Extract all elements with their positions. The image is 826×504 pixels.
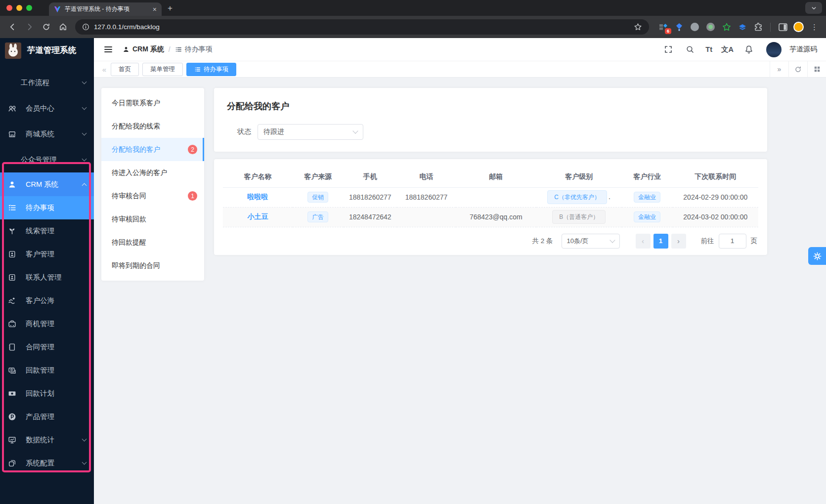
tabs-scroll-left-icon[interactable]: « [98, 65, 111, 74]
address-bar[interactable]: 127.0.0.1/crm/backlog [75, 19, 649, 35]
sidebar-item-mall[interactable]: 商城系统 [0, 121, 94, 147]
col-next-contact-time: 下次联系时间 [673, 167, 758, 187]
extension-balloon-icon[interactable] [674, 22, 684, 32]
email-cell [456, 187, 536, 207]
sidebar-item-payment-plan[interactable]: 回款计划 [0, 382, 94, 405]
sidebar-item-customers[interactable]: 客户管理 [0, 243, 94, 266]
settings-gear-button[interactable] [808, 247, 826, 265]
app-logo-row[interactable]: 芋道管理系统 [0, 38, 94, 63]
back-button[interactable] [5, 20, 20, 35]
extension-green-star-icon[interactable] [721, 22, 732, 32]
window-minimize-button[interactable] [16, 5, 22, 11]
breadcrumb-current[interactable]: 待办事项 [175, 45, 213, 54]
app-title: 芋道管理系统 [27, 45, 76, 56]
user-icon [8, 180, 16, 189]
stats-board-icon [8, 436, 16, 444]
customer-name-link[interactable]: 啦啦啦 [247, 193, 268, 201]
sidebar-item-member-center[interactable]: 会员中心 [0, 95, 94, 121]
site-info-icon[interactable] [82, 23, 89, 31]
sidebar-item-system-config[interactable]: 系统配置 [0, 452, 94, 475]
sidebar-item-business-opportunity[interactable]: 商机管理 [0, 312, 94, 336]
page-tab-home[interactable]: 首页 [111, 63, 139, 76]
search-icon[interactable] [683, 42, 697, 57]
contact-card-icon [8, 250, 16, 258]
tab-search-button[interactable] [805, 2, 822, 14]
extension-gray-circle-icon[interactable] [690, 22, 700, 32]
sidebar-item-payments[interactable]: 回款管理 [0, 359, 94, 382]
email-cell: 768423@qq.com [456, 207, 536, 227]
browser-menu-icon[interactable]: ⋮ [810, 23, 821, 32]
fullscreen-icon[interactable] [661, 42, 676, 57]
page-unit-label: 页 [751, 237, 758, 246]
tabs-grid-icon[interactable] [807, 61, 826, 78]
sidebar-toggle-button[interactable] [101, 42, 116, 57]
page-size-select[interactable]: 10条/页 [562, 234, 620, 249]
customer-name-link[interactable]: 小土豆 [247, 212, 268, 220]
extension-badge: 6 [665, 28, 671, 34]
favicon-icon [54, 6, 61, 13]
next-page-button[interactable]: › [671, 234, 686, 249]
status-select[interactable]: 待跟进 [258, 124, 363, 140]
main-column: CRM 系统 / 待办事项 Tt 文A [94, 38, 826, 504]
chevron-down-icon [352, 128, 358, 133]
contract-doc-icon [8, 343, 16, 351]
bookmark-star-icon[interactable] [634, 23, 642, 31]
sidebar-item-contacts[interactable]: 联系人管理 [0, 266, 94, 289]
table-header-row: 客户名称 客户来源 手机 电话 邮箱 客户级别 客户行业 下次联系时间 [223, 167, 758, 187]
window-zoom-button[interactable] [26, 5, 32, 11]
breadcrumb-root[interactable]: CRM 系统 [123, 45, 164, 54]
user-avatar[interactable] [766, 42, 782, 57]
todo-item-assigned-customers[interactable]: 分配给我的客户 2 [101, 138, 204, 161]
sidebar-item-clues[interactable]: 线索管理 [0, 219, 94, 243]
home-button[interactable] [55, 20, 70, 35]
window-close-button[interactable] [6, 5, 12, 11]
profile-avatar-icon[interactable] [793, 22, 804, 32]
industry-tag: 金融业 [634, 192, 660, 203]
sidebar-item-contracts[interactable]: 合同管理 [0, 336, 94, 359]
goto-page-input[interactable] [719, 234, 746, 249]
font-size-icon[interactable]: Tt [704, 42, 713, 57]
sidebar-item-statistics[interactable]: 数据统计 [0, 428, 94, 452]
sidebar-item-todo[interactable]: 待办事项 [0, 196, 94, 219]
mall-icon [8, 130, 16, 138]
chevron-down-icon [82, 156, 87, 161]
todo-item-expiring-contracts[interactable]: 即将到期的合同 [101, 254, 204, 277]
translate-icon[interactable]: 文A [720, 42, 735, 57]
sidebar-item-public-sea[interactable]: 客户公海 [0, 289, 94, 312]
tabs-scroll-right-icon[interactable]: » [770, 61, 788, 78]
todo-item-payment-reminders[interactable]: 待回款提醒 [101, 231, 204, 254]
forward-button[interactable] [22, 20, 37, 35]
new-tab-button[interactable]: + [168, 3, 173, 13]
notifications-bell-icon[interactable] [741, 42, 756, 57]
extension-green-circle-icon[interactable] [705, 22, 716, 32]
sidebar-item-crm[interactable]: CRM 系统 [0, 172, 94, 196]
reload-button[interactable] [39, 20, 53, 35]
phone-cell [397, 207, 456, 227]
screen: 芋道管理系统 - 待办事项 × + 127.0.0.1/crm/backlog [0, 0, 826, 504]
todo-categories-panel: 今日需联系客户 分配给我的线索 分配给我的客户 2 待进入公海的客户 待审核合同 [101, 88, 204, 281]
sidebar-item-products[interactable]: 产品管理 [0, 405, 94, 428]
username[interactable]: 芋道源码 [789, 45, 817, 54]
tab-close-icon[interactable]: × [153, 6, 157, 13]
browser-tab[interactable]: 芋道管理系统 - 待办事项 × [49, 2, 162, 16]
toolbar-divider [770, 23, 771, 32]
todo-item-assigned-clues[interactable]: 分配给我的线索 [101, 115, 204, 138]
sidebar-item-wechat-official[interactable]: 公众号管理 [0, 147, 94, 172]
todo-item-entering-public-sea[interactable]: 待进入公海的客户 [101, 161, 204, 184]
extensions-puzzle-icon[interactable] [753, 22, 763, 32]
mobile-cell: 18818260277 [344, 187, 397, 207]
phone-cell: 18818260277 [397, 187, 456, 207]
page-tab-menu-management[interactable]: 菜单管理 [142, 63, 183, 76]
extension-blocks-icon[interactable]: 6 [658, 22, 668, 32]
extension-layers-icon[interactable] [737, 22, 747, 32]
current-page-button[interactable]: 1 [653, 234, 668, 249]
tabs-refresh-icon[interactable] [788, 61, 807, 78]
level-tag: C（非优先客户） [547, 190, 607, 204]
todo-item-payments-to-review[interactable]: 待审核回款 [101, 208, 204, 231]
page-tab-todo[interactable]: 待办事项 [186, 63, 236, 76]
side-panel-icon[interactable] [778, 22, 788, 32]
todo-item-contact-today[interactable]: 今日需联系客户 [101, 91, 204, 115]
sidebar-item-workflow[interactable]: 工作流程 [0, 70, 94, 95]
todo-item-contracts-to-review[interactable]: 待审核合同 1 [101, 184, 204, 208]
prev-page-button[interactable]: ‹ [636, 234, 651, 249]
